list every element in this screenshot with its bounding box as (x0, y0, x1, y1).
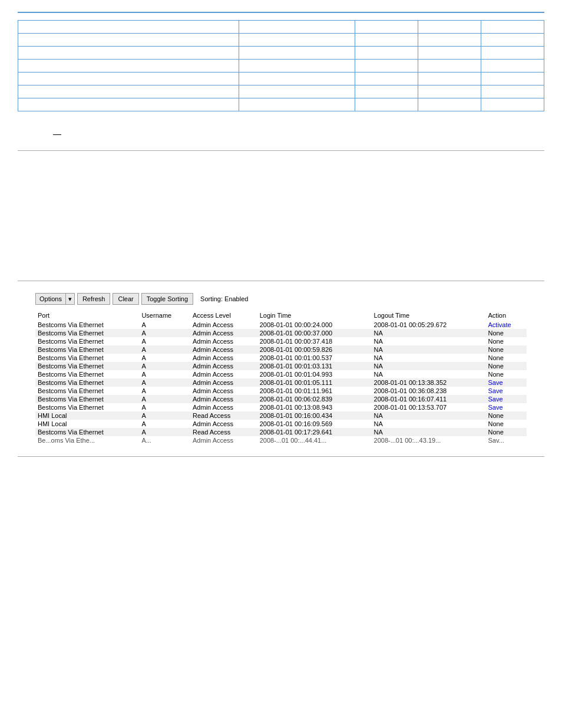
log-cell-r7-c5: Save (485, 378, 527, 387)
clear-button[interactable]: Clear (113, 293, 138, 305)
top-table-row3-col4 (481, 60, 544, 73)
top-table-row5-col2 (355, 85, 418, 98)
log-header-4: Logout Time (372, 311, 486, 321)
log-cell-r5-c5: None (485, 362, 527, 370)
log-table-row: Bestcoms Via EthernetAAdmin Access2008-0… (35, 370, 527, 378)
top-table-row2-col1 (239, 47, 355, 60)
top-table-row6-col1 (239, 98, 355, 111)
log-cell-r1-c1: A (139, 329, 190, 337)
log-cell-r1-c0: Bestcoms Via Ethernet (35, 329, 139, 337)
log-header-5: Action (485, 311, 527, 321)
top-table-row0-col4 (481, 21, 544, 34)
log-cell-r10-c0: Bestcoms Via Ethernet (35, 403, 139, 411)
log-cell-r12-c4: NA (372, 420, 486, 428)
log-cell-r12-c0: HMI Local (35, 420, 139, 428)
log-cell-r0-c4: 2008-01-01 00:05:29.672 (372, 321, 486, 329)
log-cell-r6-c3: 2008-01-01 00:01:04.993 (257, 370, 372, 378)
log-cell-r6-c4: NA (372, 370, 486, 378)
log-cell-r4-c1: A (139, 354, 190, 362)
log-cell-r2-c3: 2008-01-01 00:00:37.418 (257, 337, 372, 345)
top-table-row5-col0 (18, 85, 239, 98)
log-table-row: Bestcoms Via EthernetAAdmin Access2008-0… (35, 403, 527, 411)
log-table-row: HMI LocalARead Access2008-01-01 00:16:00… (35, 411, 527, 420)
log-cell-r0-c5: Activate (485, 321, 527, 329)
section-divider-2 (18, 281, 544, 281)
log-table-row: Bestcoms Via EthernetAAdmin Access2008-0… (35, 354, 527, 362)
log-cell-r8-c3: 2008-01-01 00:01:11.961 (257, 387, 372, 395)
log-header-2: Access Level (190, 311, 257, 321)
log-cell-r5-c1: A (139, 362, 190, 370)
log-cell-r10-c2: Admin Access (190, 403, 257, 411)
log-cell-r6-c1: A (139, 370, 190, 378)
log-cell-r4-c2: Admin Access (190, 354, 257, 362)
top-table-row5-col4 (481, 85, 544, 98)
log-cell-r3-c4: NA (372, 345, 486, 354)
log-cell-r13-c1: A (139, 428, 190, 436)
log-cell-r14-c1: A... (139, 436, 190, 444)
top-table-row4-col0 (18, 73, 239, 85)
options-arrow-button[interactable]: ▾ (66, 293, 75, 305)
top-table-row6-col2 (355, 98, 418, 111)
log-cell-r13-c0: Bestcoms Via Ethernet (35, 428, 139, 436)
log-cell-r2-c1: A (139, 337, 190, 345)
log-cell-r14-c3: 2008-...01 00:...44.41... (257, 436, 372, 444)
top-table-row1-col1 (239, 34, 355, 47)
log-cell-r2-c4: NA (372, 337, 486, 345)
top-table-row4-col2 (355, 73, 418, 85)
log-cell-r11-c3: 2008-01-01 00:16:00.434 (257, 411, 372, 420)
log-cell-r10-c1: A (139, 403, 190, 411)
top-divider (18, 12, 544, 13)
log-cell-r12-c5: None (485, 420, 527, 428)
log-cell-r9-c3: 2008-01-01 00:06:02.839 (257, 395, 372, 403)
log-cell-r1-c4: NA (372, 329, 486, 337)
log-cell-r2-c0: Bestcoms Via Ethernet (35, 337, 139, 345)
sorting-status: Sorting: Enabled (200, 295, 248, 302)
top-table-row4-col1 (239, 73, 355, 85)
log-table-row: HMI LocalAAdmin Access2008-01-01 00:16:0… (35, 420, 527, 428)
top-table-row2-col3 (418, 47, 481, 60)
log-cell-r5-c4: NA (372, 362, 486, 370)
log-cell-r12-c2: Admin Access (190, 420, 257, 428)
options-button[interactable]: Options (35, 293, 66, 305)
refresh-button[interactable]: Refresh (77, 293, 111, 305)
log-cell-r4-c4: NA (372, 354, 486, 362)
log-cell-r8-c1: A (139, 387, 190, 395)
log-cell-r8-c4: 2008-01-01 00:36:08.238 (372, 387, 486, 395)
log-cell-r2-c2: Admin Access (190, 337, 257, 345)
log-cell-r14-c2: Admin Access (190, 436, 257, 444)
top-table-row4-col4 (481, 73, 544, 85)
log-cell-r10-c5: Save (485, 403, 527, 411)
top-table-row3-col1 (239, 60, 355, 73)
top-table-row2-col2 (355, 47, 418, 60)
log-table-row: Bestcoms Via EthernetAAdmin Access2008-0… (35, 345, 527, 354)
log-cell-r13-c3: 2008-01-01 00:17:29.641 (257, 428, 372, 436)
top-table-row2-col4 (481, 47, 544, 60)
log-cell-r0-c1: A (139, 321, 190, 329)
log-cell-r11-c0: HMI Local (35, 411, 139, 420)
log-cell-r8-c0: Bestcoms Via Ethernet (35, 387, 139, 395)
log-table-row: Bestcoms Via EthernetARead Access2008-01… (35, 428, 527, 436)
blank-area (18, 163, 544, 269)
log-cell-r13-c4: NA (372, 428, 486, 436)
log-cell-r3-c5: None (485, 345, 527, 354)
top-table-row0-col1 (239, 21, 355, 34)
top-table-row5-col1 (239, 85, 355, 98)
log-cell-r3-c1: A (139, 345, 190, 354)
log-table-row: Bestcoms Via EthernetAAdmin Access2008-0… (35, 395, 527, 403)
log-cell-r12-c3: 2008-01-01 00:16:09.569 (257, 420, 372, 428)
top-table-row0-col2 (355, 21, 418, 34)
log-cell-r12-c1: A (139, 420, 190, 428)
log-cell-r6-c0: Bestcoms Via Ethernet (35, 370, 139, 378)
log-table-row: Be...oms Via Ethe...A...Admin Access2008… (35, 436, 527, 444)
toggle-sorting-button[interactable]: Toggle Sorting (141, 293, 193, 305)
top-table-row1-col3 (418, 34, 481, 47)
log-cell-r3-c3: 2008-01-01 00:00:59.826 (257, 345, 372, 354)
log-table-row: Bestcoms Via EthernetAAdmin Access2008-0… (35, 321, 527, 329)
log-cell-r6-c2: Admin Access (190, 370, 257, 378)
log-header-0: Port (35, 311, 139, 321)
log-cell-r4-c0: Bestcoms Via Ethernet (35, 354, 139, 362)
log-cell-r4-c5: None (485, 354, 527, 362)
log-cell-r2-c5: None (485, 337, 527, 345)
top-table-row3-col3 (418, 60, 481, 73)
log-cell-r14-c5: Sav... (485, 436, 527, 444)
